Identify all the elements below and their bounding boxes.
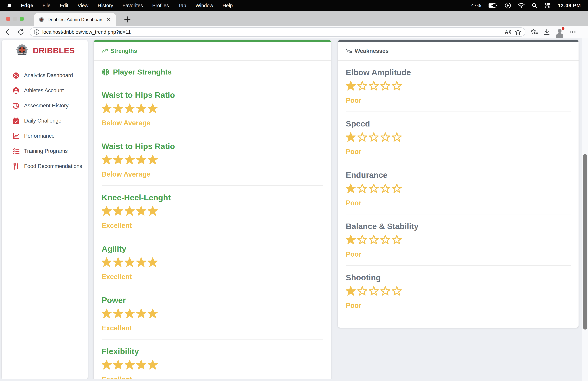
star-rating bbox=[346, 286, 571, 296]
star-filled-icon bbox=[102, 103, 112, 113]
sidebar: DRIBBLES DRIBBLES Analytics DashboardAth… bbox=[2, 40, 88, 379]
sidebar-item-athletes-account[interactable]: Athletes Account bbox=[12, 83, 88, 98]
metric-title: Agility bbox=[102, 244, 323, 254]
favorite-star-icon[interactable] bbox=[515, 29, 521, 35]
star-rating bbox=[346, 183, 571, 193]
rating-label: Excellent bbox=[102, 324, 323, 332]
menubar-item-edit[interactable]: Edit bbox=[60, 3, 68, 8]
page-scrollbar[interactable] bbox=[582, 38, 588, 381]
metric-title: Power bbox=[102, 295, 323, 305]
window-close-button[interactable] bbox=[6, 17, 10, 21]
new-tab-button[interactable] bbox=[121, 13, 133, 25]
browser-tab[interactable]: DRIBBLES Dribbles| Admin Dashboard bbox=[34, 13, 116, 26]
metric-title: Shooting bbox=[346, 272, 571, 283]
menubar-item-favorites[interactable]: Favorites bbox=[122, 3, 143, 8]
star-filled-icon bbox=[136, 309, 146, 318]
brand-row[interactable]: DRIBBLES DRIBBLES bbox=[2, 40, 88, 61]
strengths-header-label: Strengths bbox=[110, 48, 137, 54]
collections-icon[interactable] bbox=[531, 29, 538, 35]
sidebar-item-food-recommendations[interactable]: Food Recommendations bbox=[12, 159, 88, 174]
star-empty-icon bbox=[357, 235, 367, 244]
profile-avatar[interactable] bbox=[555, 28, 564, 36]
url-bar[interactable]: localhost/dribbles/view_trend.php?id=11 … bbox=[30, 27, 525, 37]
play-circle-icon[interactable] bbox=[505, 2, 511, 9]
menubar-item-tab[interactable]: Tab bbox=[178, 3, 186, 8]
weaknesses-card-header: Weaknesses bbox=[338, 42, 579, 61]
apple-logo-icon[interactable] bbox=[7, 3, 12, 8]
strengths-card: Strengths Player Strenghts Waist to Hips… bbox=[94, 40, 331, 381]
star-empty-icon bbox=[380, 132, 390, 142]
star-filled-icon bbox=[148, 206, 158, 216]
rating-label: Poor bbox=[346, 96, 571, 104]
strength-section: FlexibilityExcellent bbox=[102, 339, 323, 381]
star-empty-icon bbox=[392, 183, 402, 193]
battery-charging-icon[interactable] bbox=[488, 3, 498, 8]
svg-text:DRIBBLES: DRIBBLES bbox=[40, 21, 43, 22]
window-zoom-button[interactable] bbox=[20, 17, 24, 21]
refresh-icon[interactable] bbox=[18, 29, 24, 35]
sidebar-item-performance[interactable]: Performance bbox=[12, 128, 88, 143]
star-filled-icon bbox=[125, 155, 135, 164]
svg-text:A: A bbox=[505, 29, 508, 35]
rating-label: Excellent bbox=[102, 222, 323, 229]
star-filled-icon bbox=[346, 235, 356, 244]
menubar-clock[interactable]: 12:09 PM bbox=[558, 2, 581, 8]
star-empty-icon bbox=[380, 81, 390, 90]
sidebar-item-label: Athletes Account bbox=[24, 88, 64, 94]
star-filled-icon bbox=[136, 206, 146, 216]
star-filled-icon bbox=[136, 155, 146, 164]
menubar-item-file[interactable]: File bbox=[42, 3, 51, 8]
scrollbar-thumb[interactable] bbox=[583, 154, 587, 330]
menubar-item-window[interactable]: Window bbox=[195, 3, 213, 8]
sidebar-item-daily-challenge[interactable]: Daily Challenge bbox=[12, 113, 88, 128]
basketball-icon bbox=[102, 68, 109, 76]
star-filled-icon bbox=[125, 206, 135, 216]
star-filled-icon bbox=[113, 206, 123, 216]
back-icon[interactable] bbox=[5, 29, 12, 35]
star-empty-icon bbox=[392, 81, 402, 90]
star-rating bbox=[102, 360, 323, 369]
wifi-icon[interactable] bbox=[518, 3, 525, 8]
weakness-section: SpeedPoor bbox=[346, 112, 571, 163]
url-text[interactable]: localhost/dribbles/view_trend.php?id=11 bbox=[42, 29, 502, 35]
gauge-icon bbox=[12, 72, 20, 79]
control-center-icon[interactable] bbox=[544, 2, 551, 8]
star-filled-icon bbox=[102, 309, 112, 318]
star-filled-icon bbox=[148, 257, 158, 267]
rating-label: Below Average bbox=[102, 119, 323, 127]
tab-favicon: DRIBBLES bbox=[39, 17, 44, 23]
menubar-item-view[interactable]: View bbox=[78, 3, 88, 8]
sidebar-item-assesment-history[interactable]: Assesment History bbox=[12, 98, 88, 113]
star-empty-icon bbox=[369, 235, 379, 244]
macos-menu-bar: Edge FileEditViewHistoryFavoritesProfile… bbox=[0, 0, 588, 11]
star-empty-icon bbox=[392, 235, 402, 244]
menubar-item-help[interactable]: Help bbox=[223, 3, 233, 8]
menubar-item-history[interactable]: History bbox=[98, 3, 113, 8]
profile-notification-dot bbox=[562, 27, 565, 30]
more-menu-icon[interactable] bbox=[569, 31, 576, 33]
browser-tab-strip: DRIBBLES Dribbles| Admin Dashboard bbox=[0, 11, 588, 26]
star-filled-icon bbox=[346, 286, 356, 296]
read-aloud-icon[interactable]: A bbox=[504, 29, 512, 35]
star-empty-icon bbox=[357, 183, 367, 193]
strength-section: Knee-Heel-LenghtExcellent bbox=[102, 186, 323, 237]
star-empty-icon bbox=[369, 183, 379, 193]
star-empty-icon bbox=[369, 286, 379, 296]
search-icon[interactable] bbox=[532, 2, 537, 8]
sidebar-item-analytics-dashboard[interactable]: Analytics Dashboard bbox=[12, 68, 88, 83]
star-filled-icon bbox=[113, 360, 123, 369]
menubar-item-profiles[interactable]: Profiles bbox=[152, 3, 169, 8]
tab-close-icon[interactable] bbox=[105, 17, 111, 23]
info-icon[interactable] bbox=[34, 29, 40, 35]
sidebar-item-training-programs[interactable]: Training Programs bbox=[12, 143, 88, 159]
star-empty-icon bbox=[357, 81, 367, 90]
download-icon[interactable] bbox=[543, 29, 550, 35]
star-filled-icon bbox=[125, 257, 135, 267]
svg-text:DRIBBLES: DRIBBLES bbox=[18, 53, 26, 55]
rating-label: Poor bbox=[346, 301, 571, 309]
menubar-app-name[interactable]: Edge bbox=[21, 3, 33, 8]
star-filled-icon bbox=[136, 103, 146, 113]
star-filled-icon bbox=[346, 183, 356, 193]
window-minimize-button[interactable] bbox=[13, 17, 17, 21]
star-rating bbox=[346, 132, 571, 142]
